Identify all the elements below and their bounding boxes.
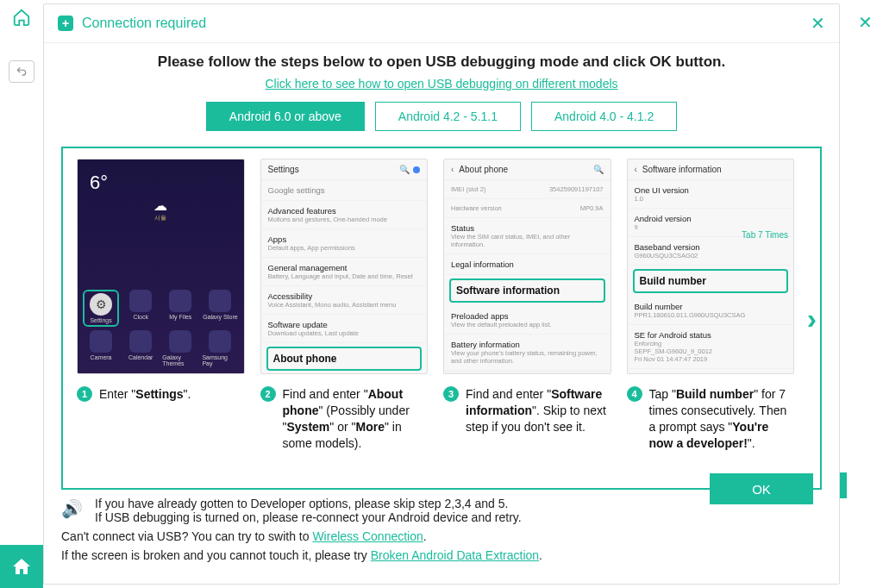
step-2: Settings🔍 Google settings Advanced featu… xyxy=(260,159,429,452)
step-number: 4 xyxy=(627,386,642,402)
plus-icon: + xyxy=(58,16,73,31)
footer-line-3: Can't connect via USB? You can try to sw… xyxy=(61,529,822,543)
back-button[interactable] xyxy=(9,60,34,83)
phone-screenshot-4: ‹Software information One UI version1.0 … xyxy=(627,159,795,374)
instruction-text: Please follow the steps below to open US… xyxy=(61,53,822,71)
ok-button[interactable]: OK xyxy=(710,473,813,504)
app-close-icon[interactable]: ✕ xyxy=(858,12,873,33)
help-link[interactable]: Click here to see how to open USB debugg… xyxy=(265,77,617,91)
home-filled-icon[interactable] xyxy=(0,545,43,588)
android-version-tabs: Android 6.0 or above Android 4.2 - 5.1.1… xyxy=(61,102,822,131)
modal-header: + Connection required ✕ xyxy=(44,4,839,43)
tab-android-4-2[interactable]: Android 4.2 - 5.1.1 xyxy=(375,102,521,131)
step-number: 1 xyxy=(77,386,92,402)
step-4: ‹Software information One UI version1.0 … xyxy=(627,159,795,452)
step-number: 2 xyxy=(260,386,276,402)
about-phone-highlight: About phone xyxy=(266,347,423,371)
wireless-connection-link[interactable]: Wireless Connection xyxy=(312,529,423,543)
footer-line-4: If the screen is broken and you cannot t… xyxy=(61,548,822,562)
step-text: Find and enter "Software information". S… xyxy=(466,386,611,435)
connection-modal: + Connection required ✕ Please follow th… xyxy=(43,3,840,585)
modal-close-icon[interactable]: ✕ xyxy=(811,13,825,34)
tab-android-4-0[interactable]: Android 4.0 - 4.1.2 xyxy=(531,102,677,131)
step-1: 6° ☁ 서울 ⚙Settings Clock My Files Galaxy … xyxy=(77,159,245,452)
step-text: Tap "Build number" for 7 times consecuti… xyxy=(649,386,795,452)
tab-android-6[interactable]: Android 6.0 or above xyxy=(206,102,365,131)
speaker-icon: 🔊 xyxy=(61,498,83,519)
tap-7-times-tag: Tab 7 Times xyxy=(742,230,788,240)
footer-line-1: If you have already gotten to Developer … xyxy=(95,497,522,510)
step-text: Find and enter "About phone" (Possibly u… xyxy=(283,386,429,452)
next-arrow-icon[interactable]: › xyxy=(807,302,817,335)
phone-screenshot-2: Settings🔍 Google settings Advanced featu… xyxy=(260,159,429,374)
phone-screenshot-3: ‹About phone🔍 IMEI (slot 2)3542590911971… xyxy=(443,159,611,374)
footer-line-2: If USB debugging is turned on, please re… xyxy=(95,510,522,524)
home-icon[interactable] xyxy=(0,0,43,34)
build-number-highlight: Build number xyxy=(633,269,789,293)
broken-android-link[interactable]: Broken Android Data Extraction xyxy=(371,548,539,562)
step-text: Enter "Settings". xyxy=(99,386,191,403)
step-number: 3 xyxy=(443,386,459,402)
step-3: ‹About phone🔍 IMEI (slot 2)3542590911971… xyxy=(443,159,611,452)
steps-container: 6° ☁ 서울 ⚙Settings Clock My Files Galaxy … xyxy=(61,147,822,490)
phone-screenshot-1: 6° ☁ 서울 ⚙Settings Clock My Files Galaxy … xyxy=(77,159,245,374)
software-info-highlight: Software information xyxy=(449,278,605,303)
modal-title: Connection required xyxy=(82,16,206,31)
